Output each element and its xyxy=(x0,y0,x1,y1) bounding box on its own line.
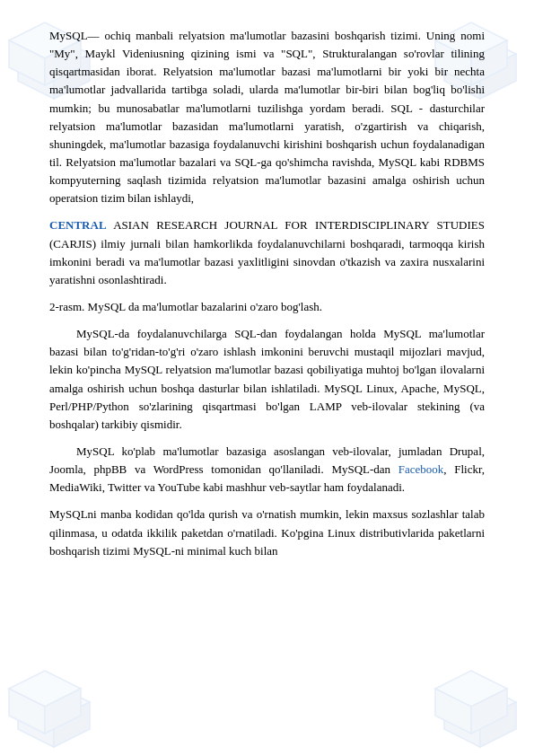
figure-caption: 2-rasm. MySQL da ma'lumotlar bazalarini … xyxy=(49,298,485,316)
svg-marker-18 xyxy=(444,684,516,720)
paragraph-5: MySQL ko'plab ma'lumotlar bazasiga asosl… xyxy=(49,443,485,497)
svg-marker-23 xyxy=(471,689,507,734)
paragraph-1: MySQL— ochiq manbali relyatsion ma'lumot… xyxy=(49,27,485,207)
watermark-bottom-right xyxy=(426,648,534,756)
paragraph-4: MySQL-da foydalanuvchilarga SQL-dan foyd… xyxy=(49,325,485,434)
page: MySQL— ochiq manbali relyatsion ma'lumot… xyxy=(0,0,534,756)
svg-marker-20 xyxy=(480,702,516,747)
svg-marker-12 xyxy=(18,684,90,720)
svg-marker-19 xyxy=(444,702,480,747)
paragraph-central: CENTRAL ASIAN RESEARCH JOURNAL FOR INTER… xyxy=(49,216,485,289)
svg-marker-22 xyxy=(435,689,471,734)
svg-marker-15 xyxy=(9,671,81,707)
central-highlight: CENTRAL xyxy=(49,218,107,232)
svg-marker-21 xyxy=(435,671,507,707)
facebook-highlight: Facebook xyxy=(398,462,444,476)
content-area: MySQL— ochiq manbali relyatsion ma'lumot… xyxy=(0,0,534,596)
svg-marker-13 xyxy=(18,702,54,747)
watermark-bottom-left xyxy=(0,648,108,756)
svg-marker-16 xyxy=(9,689,45,734)
paragraph-6: MySQLni manba kodidan qo'lda qurish va o… xyxy=(49,505,485,559)
svg-marker-17 xyxy=(45,689,81,734)
svg-marker-14 xyxy=(54,702,90,747)
